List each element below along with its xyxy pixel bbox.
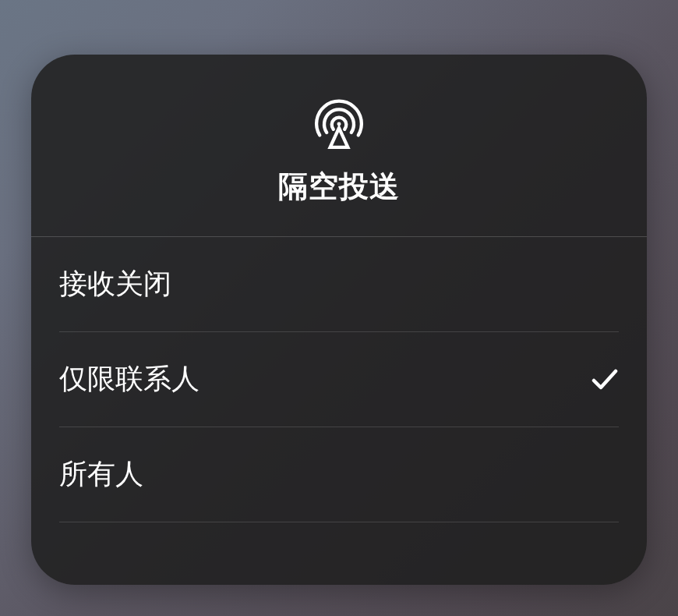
menu-item-label: 仅限联系人 xyxy=(59,360,200,398)
airdrop-menu: 接收关闭 仅限联系人 所有人 xyxy=(31,237,647,522)
panel-title: 隔空投送 xyxy=(278,167,400,207)
airdrop-panel: 隔空投送 接收关闭 仅限联系人 所有人 xyxy=(31,55,647,585)
menu-item-receiving-off[interactable]: 接收关闭 xyxy=(59,237,619,332)
menu-item-label: 接收关闭 xyxy=(59,265,171,303)
menu-item-everyone[interactable]: 所有人 xyxy=(59,427,619,522)
panel-header: 隔空投送 xyxy=(31,55,647,237)
menu-item-label: 所有人 xyxy=(59,455,143,494)
checkmark-icon xyxy=(591,366,619,394)
menu-item-contacts-only[interactable]: 仅限联系人 xyxy=(59,332,619,427)
airdrop-icon xyxy=(313,98,365,150)
